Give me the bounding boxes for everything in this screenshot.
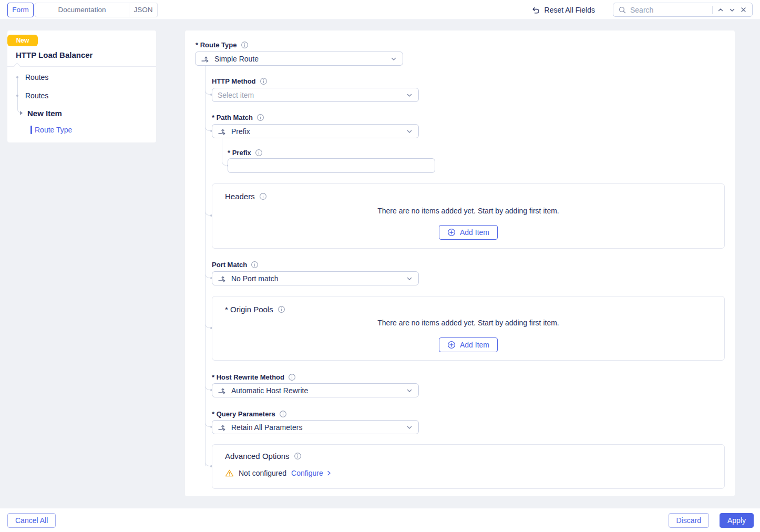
discard-button[interactable]: Discard [669,513,709,528]
connector-elbow [205,126,210,131]
advanced-options-title-row: Advanced Options [225,452,302,461]
section-title: Headers [225,192,255,201]
cancel-all-button[interactable]: Cancel All [7,513,56,528]
headers-section: Headers There are no items added yet. St… [212,183,725,249]
sidebar-title: HTTP Load Balancer [16,50,93,59]
origin-pools-section: * Origin Pools There are no items added … [212,296,725,361]
route-branch-icon [201,55,209,63]
collapse-notch-icon [14,63,20,69]
search-box [613,3,753,17]
chevron-down-icon [406,424,413,431]
field-label: Port Match [212,261,247,269]
search-icon [618,6,627,14]
headers-section-title-row: Headers [225,192,267,201]
reset-all-fields-button[interactable]: Reset All Fields [531,6,595,14]
status-text: Not configured [239,469,286,477]
info-icon[interactable] [278,305,285,313]
path-match-select[interactable]: Prefix [212,124,419,138]
bullet-icon [16,76,18,78]
connector-elbow [205,90,210,95]
host-rewrite-method-select[interactable]: Automatic Host Rewrite [212,383,419,397]
origin-pools-section-title-row: * Origin Pools [225,305,285,314]
search-next-button[interactable] [726,5,738,15]
http-method-label-row: HTTP Method [212,77,268,85]
configure-link[interactable]: Configure [291,469,333,477]
tree-item-label: Routes [25,91,48,100]
info-icon[interactable] [294,452,302,460]
empty-state-text: There are no items added yet. Start by a… [212,319,724,327]
tree-item-routes-1[interactable]: Routes [7,73,156,81]
active-indicator-bar [30,126,32,134]
view-tabs: Form Documentation JSON [7,3,158,17]
search-prev-button[interactable] [715,5,726,15]
prefix-input[interactable] [228,158,435,173]
placeholder-value: Select item [218,91,254,99]
query-parameters-label-row: * Query Parameters [212,410,287,418]
add-item-label: Add Item [460,228,489,237]
selected-value: Retain All Parameters [231,423,302,432]
tree-item-route-type[interactable]: Route Type [7,126,156,134]
footer-bar: Cancel All Discard Apply [0,508,760,532]
info-icon[interactable] [251,261,259,269]
toolbar: Form Documentation JSON Reset All Fields [0,0,760,20]
advanced-options-status-row: Not configured Configure [225,469,333,477]
search-close-button[interactable] [738,5,749,14]
tree-item-new-item[interactable]: New Item [7,108,156,118]
info-icon[interactable] [241,41,249,49]
chevron-down-icon [406,275,413,282]
selected-value: Automatic Host Rewrite [231,386,308,395]
port-match-label-row: Port Match [212,260,259,269]
tab-form[interactable]: Form [7,3,34,17]
tree-item-label: Routes [25,73,48,81]
connector-elbow [222,161,227,166]
caret-right-icon [20,111,23,115]
info-icon[interactable] [259,192,267,200]
route-type-select[interactable]: Simple Route [195,52,403,66]
apply-button[interactable]: Apply [720,513,754,528]
info-icon[interactable] [256,114,264,121]
section-title: Advanced Options [225,452,290,461]
info-icon[interactable] [288,373,296,381]
http-method-select[interactable]: Select item [212,88,419,102]
field-label: * Host Rewrite Method [212,373,284,381]
info-icon[interactable] [255,149,263,157]
host-rewrite-method-label-row: * Host Rewrite Method [212,373,296,381]
search-input[interactable] [630,6,710,14]
route-branch-icon [218,274,226,283]
info-icon[interactable] [260,77,268,85]
query-parameters-select[interactable]: Retain All Parameters [212,420,419,434]
route-branch-icon [218,386,226,395]
close-icon [740,6,747,13]
tab-json[interactable]: JSON [129,3,158,17]
advanced-options-section: Advanced Options Not configured Configur… [212,444,725,489]
tree-item-routes-2[interactable]: Routes [7,91,156,100]
nested-connector-line [222,138,222,161]
tab-documentation[interactable]: Documentation [35,3,129,17]
origin-pools-add-item-button[interactable]: Add Item [439,337,498,352]
toolbar-right: Reset All Fields [531,3,753,17]
chevron-down-icon [406,387,413,394]
field-label: * Path Match [212,114,253,121]
chevron-right-icon [325,469,333,477]
bullet-icon [16,95,18,97]
chevron-down-icon [728,6,736,14]
search-divider [712,6,713,14]
chevron-down-icon [406,91,413,99]
field-label: * Query Parameters [212,410,275,418]
headers-add-item-button[interactable]: Add Item [439,225,498,240]
empty-state-text: There are no items added yet. Start by a… [212,207,724,215]
field-label: HTTP Method [212,77,256,85]
info-icon[interactable] [279,410,287,418]
configure-link-label: Configure [291,469,323,477]
chevron-down-icon [406,128,413,135]
port-match-select[interactable]: No Port match [212,271,419,285]
path-match-label-row: * Path Match [212,113,264,121]
selected-value: Simple Route [214,55,259,63]
connector-elbow [205,462,210,466]
field-label: * Route Type [196,41,237,49]
prefix-label-row: * Prefix [228,148,263,157]
chevron-up-icon [717,6,724,14]
field-label: * Prefix [228,149,251,157]
add-item-label: Add Item [460,341,489,349]
form-panel: * Route Type Simple Route HTTP Method Se… [185,30,735,496]
